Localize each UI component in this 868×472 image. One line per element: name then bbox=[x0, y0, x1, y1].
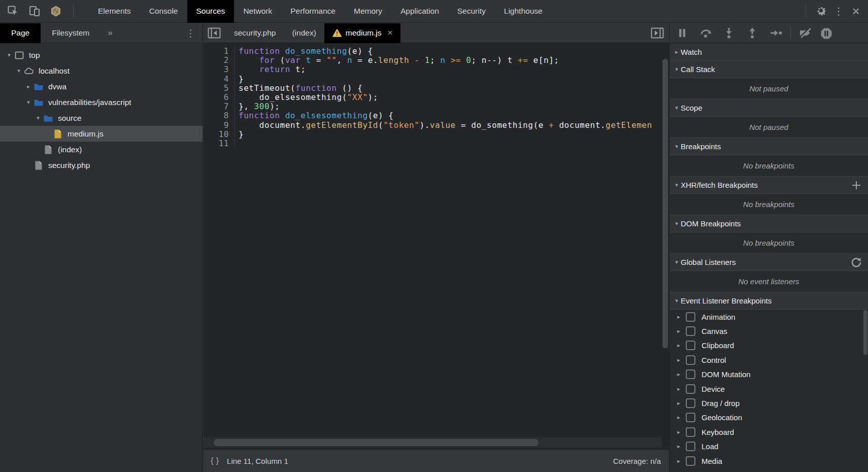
collapsed-arrow-icon[interactable]: ▸ bbox=[675, 357, 683, 363]
tab-security[interactable]: Security bbox=[448, 0, 495, 23]
navigator-tab-filesystem[interactable]: Filesystem bbox=[41, 23, 101, 43]
collapsed-arrow-icon[interactable]: ▸ bbox=[675, 314, 683, 320]
listener-category-geolocation[interactable]: ▸Geolocation bbox=[670, 411, 868, 425]
listener-category-device[interactable]: ▸Device bbox=[670, 382, 868, 396]
step-over-icon[interactable] bbox=[700, 27, 711, 39]
line-number[interactable]: 1 bbox=[204, 46, 235, 55]
pause-script-icon[interactable] bbox=[677, 27, 688, 39]
editor-horizontal-scrollbar[interactable] bbox=[204, 436, 662, 448]
listener-category-control[interactable]: ▸Control bbox=[670, 353, 868, 367]
tree-item-source[interactable]: ▾source bbox=[0, 110, 203, 126]
tab-console[interactable]: Console bbox=[140, 0, 187, 23]
deactivate-breakpoints-icon[interactable] bbox=[799, 27, 810, 39]
collapsed-arrow-icon[interactable]: ▸ bbox=[675, 429, 683, 435]
line-number[interactable]: 11 bbox=[204, 139, 235, 148]
tree-item-vulnerabilities-javascript[interactable]: ▾vulnerabilities/javascript bbox=[0, 94, 203, 110]
expanded-arrow-icon[interactable]: ▾ bbox=[673, 143, 681, 150]
line-number[interactable]: 7 bbox=[204, 102, 235, 111]
pretty-print-icon[interactable]: { } bbox=[211, 456, 219, 466]
line-number[interactable]: 6 bbox=[204, 92, 235, 102]
tab-performance[interactable]: Performance bbox=[281, 0, 345, 23]
refresh-icon[interactable] bbox=[851, 257, 862, 268]
line-number[interactable]: 9 bbox=[204, 120, 235, 129]
collapsed-arrow-icon[interactable]: ▸ bbox=[675, 371, 683, 378]
listener-checkbox[interactable] bbox=[686, 369, 695, 379]
section-header-breakpoints[interactable]: ▾Breakpoints bbox=[670, 138, 868, 155]
listener-checkbox[interactable] bbox=[686, 312, 695, 322]
collapsed-arrow-icon[interactable]: ▸ bbox=[675, 443, 683, 450]
listener-category-canvas[interactable]: ▸Canvas bbox=[670, 324, 868, 338]
collapsed-arrow-icon[interactable]: ▸ bbox=[675, 328, 683, 334]
editor-vertical-scrollbar[interactable] bbox=[662, 46, 668, 437]
line-number[interactable]: 5 bbox=[204, 83, 235, 92]
tab-application[interactable]: Application bbox=[391, 0, 448, 23]
tab-sources[interactable]: Sources bbox=[187, 0, 235, 23]
line-number[interactable]: 4 bbox=[204, 74, 235, 83]
tab-lighthouse[interactable]: Lighthouse bbox=[495, 0, 552, 23]
expanded-arrow-icon[interactable]: ▾ bbox=[673, 259, 681, 265]
navigator-tab-page[interactable]: Page bbox=[0, 23, 41, 43]
section-header-call-stack[interactable]: ▾Call Stack bbox=[670, 61, 868, 78]
pause-on-exceptions-icon[interactable] bbox=[820, 27, 831, 39]
more-tabs-chevron-icon[interactable]: » bbox=[108, 28, 112, 38]
listener-checkbox[interactable] bbox=[686, 326, 695, 336]
panel-scroll-thumb[interactable] bbox=[863, 310, 867, 355]
section-header-xhr-fetch-breakpoints[interactable]: ▾XHR/fetch Breakpoints bbox=[670, 177, 868, 194]
collapsed-arrow-icon[interactable]: ▸ bbox=[675, 414, 683, 421]
expanded-arrow-icon[interactable]: ▾ bbox=[673, 182, 681, 188]
expanded-arrow-icon[interactable]: ▾ bbox=[34, 115, 42, 121]
editor-tab-security-php[interactable]: security.php bbox=[226, 23, 284, 43]
tab-elements[interactable]: Elements bbox=[89, 0, 140, 23]
listener-checkbox[interactable] bbox=[686, 442, 695, 451]
vertical-scroll-thumb[interactable] bbox=[662, 59, 668, 348]
listener-checkbox[interactable] bbox=[686, 384, 695, 394]
expanded-arrow-icon[interactable]: ▾ bbox=[24, 99, 32, 106]
inspect-element-icon[interactable] bbox=[7, 5, 19, 17]
tab-memory[interactable]: Memory bbox=[345, 0, 391, 23]
listener-category-load[interactable]: ▸Load bbox=[670, 440, 868, 454]
expanded-arrow-icon[interactable]: ▾ bbox=[673, 220, 681, 227]
line-number[interactable]: 2 bbox=[204, 55, 235, 64]
step-icon[interactable] bbox=[770, 27, 781, 39]
expanded-arrow-icon[interactable]: ▾ bbox=[673, 105, 681, 111]
listener-category-keyboard[interactable]: ▸Keyboard bbox=[670, 425, 868, 439]
code-editor[interactable]: 1function do_something(e) {2 for (var t … bbox=[204, 44, 669, 435]
tree-item-top[interactable]: ▾top bbox=[0, 47, 203, 63]
tree-item-dvwa[interactable]: ▸dvwa bbox=[0, 79, 203, 94]
hide-navigator-icon[interactable] bbox=[208, 27, 221, 39]
listener-category-drag-drop[interactable]: ▸Drag / drop bbox=[670, 396, 868, 410]
line-number[interactable]: 3 bbox=[204, 64, 235, 74]
device-toolbar-icon[interactable] bbox=[28, 5, 41, 17]
expanded-arrow-icon[interactable]: ▾ bbox=[15, 68, 23, 74]
tree-item-security-php[interactable]: security.php bbox=[0, 157, 203, 173]
collapsed-arrow-icon[interactable]: ▸ bbox=[675, 458, 683, 464]
collapsed-arrow-icon[interactable]: ▸ bbox=[24, 83, 32, 90]
collapsed-arrow-icon[interactable]: ▸ bbox=[675, 400, 683, 407]
listener-checkbox[interactable] bbox=[686, 413, 695, 422]
expanded-arrow-icon[interactable]: ▾ bbox=[5, 52, 13, 58]
section-header-event-listener-breakpoints[interactable]: ▾Event Listener Breakpoints bbox=[670, 292, 868, 310]
listener-category-media[interactable]: ▸Media bbox=[670, 454, 868, 468]
navigator-kebab-icon[interactable]: ⋮ bbox=[186, 27, 195, 39]
collapsed-arrow-icon[interactable]: ▸ bbox=[675, 386, 683, 392]
section-header-watch[interactable]: ▸Watch bbox=[670, 44, 868, 61]
tab-network[interactable]: Network bbox=[234, 0, 281, 23]
step-into-icon[interactable] bbox=[723, 27, 735, 39]
collapsed-arrow-icon[interactable]: ▸ bbox=[675, 342, 683, 349]
listener-checkbox[interactable] bbox=[686, 427, 695, 437]
step-out-icon[interactable] bbox=[747, 27, 758, 39]
editor-tab--index-[interactable]: (index) bbox=[284, 23, 324, 43]
section-header-scope[interactable]: ▾Scope bbox=[670, 99, 868, 117]
add-breakpoint-icon[interactable] bbox=[851, 180, 862, 191]
editor-tab-medium-js[interactable]: medium.js× bbox=[324, 23, 401, 43]
settings-gear-icon[interactable] bbox=[815, 5, 827, 17]
section-header-dom-breakpoints[interactable]: ▾DOM Breakpoints bbox=[670, 215, 868, 232]
listener-checkbox[interactable] bbox=[686, 355, 695, 365]
tree-item-medium-js[interactable]: medium.js bbox=[0, 126, 203, 142]
section-header-global-listeners[interactable]: ▾Global Listeners bbox=[670, 254, 868, 271]
tree-item--index-[interactable]: (index) bbox=[0, 142, 203, 157]
expanded-arrow-icon[interactable]: ▾ bbox=[673, 66, 681, 73]
listener-category-clipboard[interactable]: ▸Clipboard bbox=[670, 339, 868, 353]
line-number[interactable]: 10 bbox=[204, 129, 235, 139]
horizontal-scroll-thumb[interactable] bbox=[214, 439, 539, 446]
